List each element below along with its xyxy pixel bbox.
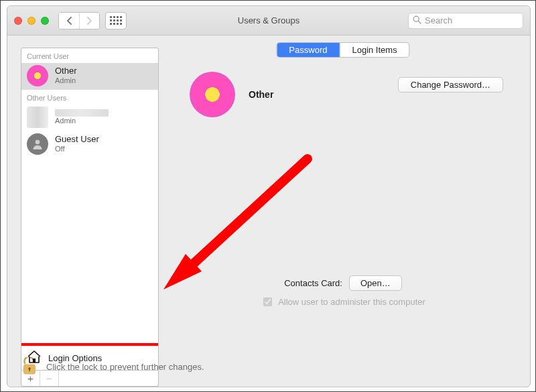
user-list: Current User Other Admin Other Users bbox=[21, 48, 159, 371]
chevron-right-icon bbox=[86, 17, 92, 25]
titlebar: Users & Groups bbox=[7, 6, 530, 36]
user-meta: Other Admin bbox=[55, 66, 77, 85]
other-users-section-label: Other Users bbox=[21, 90, 158, 105]
user-display-name: Other bbox=[249, 89, 273, 100]
tab-bar: Password Login Items bbox=[276, 42, 409, 58]
open-contacts-button[interactable]: Open… bbox=[349, 275, 402, 291]
person-icon bbox=[31, 137, 44, 151]
user-name-redacted bbox=[55, 109, 109, 117]
admin-checkbox-row: Allow user to administer this computer bbox=[170, 296, 517, 308]
user-row-current[interactable]: Other Admin bbox=[21, 63, 158, 90]
user-role: Admin bbox=[55, 76, 77, 85]
house-icon bbox=[27, 350, 42, 366]
svg-point-2 bbox=[36, 140, 40, 145]
user-role: Admin bbox=[55, 117, 109, 125]
allow-admin-checkbox bbox=[263, 298, 272, 306]
avatar-blurred bbox=[27, 107, 48, 128]
avatar-guest bbox=[27, 133, 48, 155]
user-name: Guest User bbox=[55, 135, 99, 145]
user-meta: Guest User Off bbox=[55, 135, 99, 153]
contacts-card-row: Contacts Card: Open… bbox=[170, 275, 517, 291]
login-options-button[interactable]: Login Options bbox=[21, 346, 158, 370]
svg-rect-3 bbox=[33, 358, 36, 363]
chevron-left-icon bbox=[66, 17, 72, 25]
user-meta: Admin bbox=[55, 109, 109, 125]
grid-icon bbox=[110, 16, 122, 25]
login-options-highlight: Login Options bbox=[21, 343, 159, 371]
allow-admin-label: Allow user to administer this computer bbox=[278, 297, 425, 307]
users-sidebar: Current User Other Admin Other Users bbox=[21, 48, 159, 387]
user-row-guest[interactable]: Guest User Off bbox=[21, 131, 158, 158]
login-options-label: Login Options bbox=[48, 353, 102, 363]
current-user-section-label: Current User bbox=[21, 48, 158, 63]
show-all-prefs-button[interactable] bbox=[105, 12, 127, 29]
forward-button[interactable] bbox=[79, 13, 99, 29]
close-window-button[interactable] bbox=[14, 17, 22, 25]
user-name: Other bbox=[55, 66, 77, 76]
zoom-window-button[interactable] bbox=[41, 17, 49, 25]
prefs-window: Users & Groups Current User Other bbox=[7, 5, 531, 387]
avatar-large[interactable] bbox=[190, 72, 235, 117]
window-controls bbox=[14, 17, 49, 25]
tab-password[interactable]: Password bbox=[277, 43, 339, 57]
nav-back-forward bbox=[58, 12, 100, 29]
search-wrap bbox=[408, 13, 523, 29]
user-role: Off bbox=[55, 145, 99, 153]
minimize-window-button[interactable] bbox=[27, 17, 36, 25]
search-input[interactable] bbox=[408, 13, 523, 29]
user-row-hidden[interactable]: Admin bbox=[21, 105, 158, 131]
main-panel: Password Login Items Other Change Passwo… bbox=[170, 48, 517, 387]
avatar bbox=[27, 65, 48, 86]
tab-login-items[interactable]: Login Items bbox=[339, 43, 409, 57]
contacts-card-label: Contacts Card: bbox=[284, 278, 342, 288]
back-button[interactable] bbox=[59, 13, 79, 29]
change-password-button[interactable]: Change Password… bbox=[398, 77, 503, 92]
